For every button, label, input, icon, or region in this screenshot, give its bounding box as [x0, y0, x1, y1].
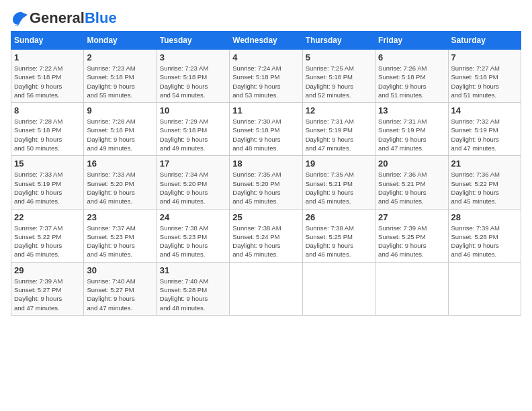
calendar-week-row: 8Sunrise: 7:28 AM Sunset: 5:18 PM Daylig…	[11, 103, 521, 156]
day-cell-1: 1Sunrise: 7:22 AM Sunset: 5:18 PM Daylig…	[11, 50, 84, 103]
day-info: Sunrise: 7:28 AM Sunset: 5:18 PM Dayligh…	[14, 117, 81, 152]
day-info: Sunrise: 7:28 AM Sunset: 5:18 PM Dayligh…	[87, 117, 153, 152]
day-info: Sunrise: 7:33 AM Sunset: 5:19 PM Dayligh…	[14, 170, 81, 205]
day-number: 10	[160, 105, 226, 116]
day-number: 21	[451, 158, 518, 169]
logo-text: GeneralBlue	[30, 11, 117, 26]
weekday-header-wednesday: Wednesday	[230, 32, 302, 50]
empty-day-cell	[448, 262, 521, 315]
day-number: 27	[378, 212, 445, 222]
day-cell-28: 28Sunrise: 7:39 AM Sunset: 5:26 PM Dayli…	[448, 209, 521, 262]
day-number: 26	[306, 212, 372, 222]
day-cell-15: 15Sunrise: 7:33 AM Sunset: 5:19 PM Dayli…	[11, 156, 84, 209]
calendar-week-row: 1Sunrise: 7:22 AM Sunset: 5:18 PM Daylig…	[11, 50, 521, 103]
day-cell-11: 11Sunrise: 7:30 AM Sunset: 5:18 PM Dayli…	[230, 103, 302, 156]
day-info: Sunrise: 7:38 AM Sunset: 5:24 PM Dayligh…	[232, 224, 299, 259]
header: GeneralBlue	[11, 11, 521, 26]
day-info: Sunrise: 7:34 AM Sunset: 5:20 PM Dayligh…	[160, 170, 226, 205]
day-cell-24: 24Sunrise: 7:38 AM Sunset: 5:23 PM Dayli…	[157, 209, 229, 262]
day-cell-4: 4Sunrise: 7:24 AM Sunset: 5:18 PM Daylig…	[230, 50, 302, 103]
day-cell-22: 22Sunrise: 7:37 AM Sunset: 5:22 PM Dayli…	[11, 209, 84, 262]
day-info: Sunrise: 7:22 AM Sunset: 5:18 PM Dayligh…	[14, 64, 81, 99]
day-number: 19	[306, 158, 372, 169]
day-info: Sunrise: 7:39 AM Sunset: 5:25 PM Dayligh…	[378, 224, 445, 259]
day-cell-31: 31Sunrise: 7:40 AM Sunset: 5:28 PM Dayli…	[157, 262, 229, 315]
day-number: 3	[160, 52, 226, 62]
weekday-header-saturday: Saturday	[448, 32, 521, 50]
day-number: 28	[451, 212, 518, 222]
day-cell-23: 23Sunrise: 7:37 AM Sunset: 5:23 PM Dayli…	[84, 209, 157, 262]
day-info: Sunrise: 7:32 AM Sunset: 5:19 PM Dayligh…	[451, 117, 518, 152]
day-number: 6	[378, 52, 445, 62]
day-info: Sunrise: 7:25 AM Sunset: 5:18 PM Dayligh…	[306, 64, 372, 99]
day-cell-25: 25Sunrise: 7:38 AM Sunset: 5:24 PM Dayli…	[230, 209, 302, 262]
day-cell-30: 30Sunrise: 7:40 AM Sunset: 5:27 PM Dayli…	[84, 262, 157, 315]
calendar-week-row: 29Sunrise: 7:39 AM Sunset: 5:27 PM Dayli…	[11, 262, 521, 315]
calendar-week-row: 15Sunrise: 7:33 AM Sunset: 5:19 PM Dayli…	[11, 156, 521, 209]
weekday-header-friday: Friday	[375, 32, 448, 50]
day-number: 17	[160, 158, 226, 169]
day-info: Sunrise: 7:35 AM Sunset: 5:21 PM Dayligh…	[306, 170, 372, 205]
day-info: Sunrise: 7:24 AM Sunset: 5:18 PM Dayligh…	[232, 64, 299, 99]
day-cell-29: 29Sunrise: 7:39 AM Sunset: 5:27 PM Dayli…	[11, 262, 84, 315]
day-cell-18: 18Sunrise: 7:35 AM Sunset: 5:20 PM Dayli…	[230, 156, 302, 209]
day-cell-17: 17Sunrise: 7:34 AM Sunset: 5:20 PM Dayli…	[157, 156, 229, 209]
day-cell-8: 8Sunrise: 7:28 AM Sunset: 5:18 PM Daylig…	[11, 103, 84, 156]
day-number: 30	[87, 265, 153, 275]
day-info: Sunrise: 7:27 AM Sunset: 5:18 PM Dayligh…	[451, 64, 518, 99]
day-number: 12	[306, 105, 372, 116]
calendar-table: SundayMondayTuesdayWednesdayThursdayFrid…	[11, 31, 521, 316]
day-number: 11	[232, 105, 299, 116]
day-cell-14: 14Sunrise: 7:32 AM Sunset: 5:19 PM Dayli…	[448, 103, 521, 156]
day-cell-2: 2Sunrise: 7:23 AM Sunset: 5:18 PM Daylig…	[84, 50, 157, 103]
day-cell-6: 6Sunrise: 7:26 AM Sunset: 5:18 PM Daylig…	[375, 50, 448, 103]
day-number: 29	[14, 265, 81, 275]
day-info: Sunrise: 7:36 AM Sunset: 5:21 PM Dayligh…	[378, 170, 445, 205]
day-info: Sunrise: 7:39 AM Sunset: 5:26 PM Dayligh…	[451, 224, 518, 259]
day-info: Sunrise: 7:40 AM Sunset: 5:27 PM Dayligh…	[87, 277, 153, 312]
day-number: 1	[14, 52, 81, 62]
day-cell-5: 5Sunrise: 7:25 AM Sunset: 5:18 PM Daylig…	[302, 50, 375, 103]
day-number: 5	[306, 52, 372, 62]
weekday-header-tuesday: Tuesday	[157, 32, 229, 50]
empty-day-cell	[230, 262, 302, 315]
day-info: Sunrise: 7:31 AM Sunset: 5:19 PM Dayligh…	[306, 117, 372, 152]
day-cell-16: 16Sunrise: 7:33 AM Sunset: 5:20 PM Dayli…	[84, 156, 157, 209]
weekday-header-row: SundayMondayTuesdayWednesdayThursdayFrid…	[11, 32, 521, 50]
day-cell-12: 12Sunrise: 7:31 AM Sunset: 5:19 PM Dayli…	[302, 103, 375, 156]
day-cell-20: 20Sunrise: 7:36 AM Sunset: 5:21 PM Dayli…	[375, 156, 448, 209]
day-number: 9	[87, 105, 153, 116]
day-info: Sunrise: 7:40 AM Sunset: 5:28 PM Dayligh…	[160, 277, 226, 312]
day-cell-7: 7Sunrise: 7:27 AM Sunset: 5:18 PM Daylig…	[448, 50, 521, 103]
day-number: 23	[87, 212, 153, 222]
day-number: 18	[232, 158, 299, 169]
day-cell-19: 19Sunrise: 7:35 AM Sunset: 5:21 PM Dayli…	[302, 156, 375, 209]
day-number: 7	[451, 52, 518, 62]
day-cell-3: 3Sunrise: 7:23 AM Sunset: 5:18 PM Daylig…	[157, 50, 229, 103]
day-cell-10: 10Sunrise: 7:29 AM Sunset: 5:18 PM Dayli…	[157, 103, 229, 156]
empty-day-cell	[375, 262, 448, 315]
day-cell-21: 21Sunrise: 7:36 AM Sunset: 5:22 PM Dayli…	[448, 156, 521, 209]
day-info: Sunrise: 7:26 AM Sunset: 5:18 PM Dayligh…	[378, 64, 445, 99]
day-number: 20	[378, 158, 445, 169]
day-cell-27: 27Sunrise: 7:39 AM Sunset: 5:25 PM Dayli…	[375, 209, 448, 262]
day-info: Sunrise: 7:38 AM Sunset: 5:23 PM Dayligh…	[160, 224, 226, 259]
day-info: Sunrise: 7:36 AM Sunset: 5:22 PM Dayligh…	[451, 170, 518, 205]
logo: GeneralBlue	[11, 11, 117, 26]
day-info: Sunrise: 7:23 AM Sunset: 5:18 PM Dayligh…	[160, 64, 226, 99]
day-number: 2	[87, 52, 153, 62]
logo-bird-icon	[11, 11, 30, 26]
day-info: Sunrise: 7:38 AM Sunset: 5:25 PM Dayligh…	[306, 224, 372, 259]
day-info: Sunrise: 7:37 AM Sunset: 5:22 PM Dayligh…	[14, 224, 81, 259]
empty-day-cell	[302, 262, 375, 315]
day-info: Sunrise: 7:30 AM Sunset: 5:18 PM Dayligh…	[232, 117, 299, 152]
day-number: 8	[14, 105, 81, 116]
day-info: Sunrise: 7:39 AM Sunset: 5:27 PM Dayligh…	[14, 277, 81, 312]
weekday-header-sunday: Sunday	[11, 32, 84, 50]
day-number: 16	[87, 158, 153, 169]
day-number: 24	[160, 212, 226, 222]
day-cell-9: 9Sunrise: 7:28 AM Sunset: 5:18 PM Daylig…	[84, 103, 157, 156]
day-number: 25	[232, 212, 299, 222]
day-info: Sunrise: 7:37 AM Sunset: 5:23 PM Dayligh…	[87, 224, 153, 259]
day-number: 4	[232, 52, 299, 62]
